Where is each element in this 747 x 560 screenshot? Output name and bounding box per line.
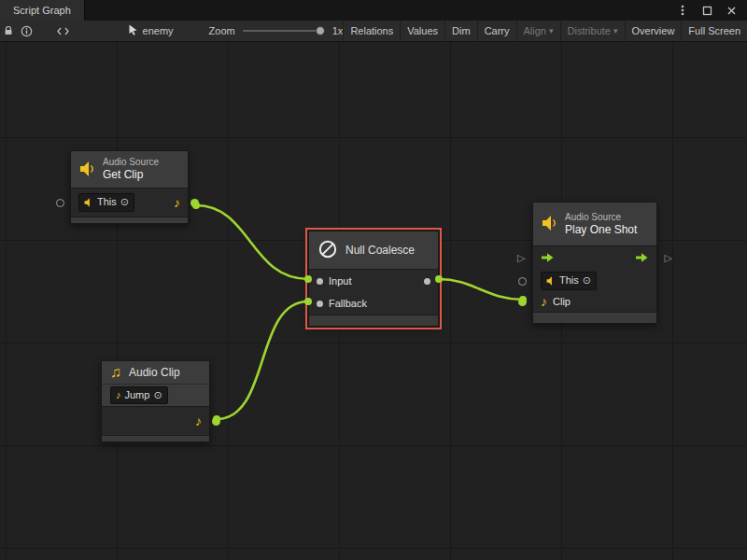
node-category: Audio Source [565,212,637,223]
window-maximize-icon[interactable] [700,4,713,17]
graph-toolbar: enemy Zoom 1x Relations Values Dim Carry… [0,21,747,42]
node-title: Audio Clip [129,366,180,379]
wire-getclip-to-input [192,202,312,283]
audio-clip-icon: ♫ [110,365,121,380]
audio-source-icon [79,161,95,178]
zoom-slider-knob[interactable] [316,26,325,35]
chevron-down-icon: ▾ [549,27,554,35]
clip-object-field[interactable]: ♪ Jump ⊙ [110,386,168,404]
node-category: Audio Source [103,157,159,168]
node-play-one-shot[interactable]: Audio Source Play One Shot ▷ ▷ This [532,202,657,324]
audio-source-icon [84,198,93,207]
port-label: Fallback [329,298,367,309]
distribute-button[interactable]: Distribute ▾ [560,21,625,41]
carry-button[interactable]: Carry [477,21,516,41]
target-object-field[interactable]: This ⊙ [78,193,134,211]
dim-button[interactable]: Dim [444,21,477,41]
node-get-clip[interactable]: Audio Source Get Clip This ⊙ ♪ [70,150,189,224]
target-input-port[interactable] [518,277,527,286]
cursor-icon [128,24,138,37]
target-input-port[interactable] [56,199,64,207]
info-icon[interactable] [18,21,35,41]
audio-clip-icon: ♪ [116,390,121,400]
null-coalesce-icon [317,239,338,261]
object-picker-icon: ⊙ [583,275,591,286]
window-titlebar: Script Graph [0,0,747,21]
flow-exit-icon[interactable] [635,252,649,265]
flow-input-marker[interactable]: ▷ [517,252,525,264]
object-picker-icon: ⊙ [120,197,129,207]
graph-canvas[interactable]: Audio Source Get Clip This ⊙ ♪ N [0,42,747,560]
node-null-coalesce[interactable]: Null Coalesce Input Fallback [308,231,439,327]
port-label: Input [329,275,351,287]
graph-name-label: enemy [143,25,174,36]
clip-input-port[interactable] [518,298,527,306]
node-title: Play One Shot [565,223,637,237]
window-close-icon[interactable] [725,4,738,17]
lock-icon[interactable] [0,21,18,41]
port-label: Clip [553,296,571,307]
target-object-field[interactable]: This ⊙ [541,272,597,289]
code-view-icon[interactable] [54,21,72,41]
result-output-port[interactable] [424,278,430,285]
flow-output-marker[interactable]: ▷ [665,252,672,264]
window-menu-icon[interactable] [676,4,689,17]
node-title: Get Clip [103,168,159,182]
relations-button[interactable]: Relations [343,21,400,41]
zoom-slider[interactable] [243,30,325,32]
tab-title: Script Graph [13,5,71,16]
value-output-port[interactable] [212,417,220,426]
audio-source-icon [546,276,556,286]
node-audio-clip[interactable]: ♫ Audio Clip ♪ Jump ⊙ ♪ [101,360,210,442]
audio-clip-icon: ♪ [195,414,202,427]
object-picker-icon: ⊙ [153,390,162,400]
flow-enter-icon[interactable] [541,252,555,265]
overview-button[interactable]: Overview [625,21,682,41]
wire-result-to-clip [435,275,527,303]
node-title: Null Coalesce [345,244,415,257]
align-button[interactable]: Align ▾ [516,21,560,41]
clip-output-port[interactable] [190,199,199,207]
values-button[interactable]: Values [400,21,444,41]
zoom-label: Zoom [209,25,235,36]
audio-source-icon [542,216,557,232]
fullscreen-button[interactable]: Full Screen [681,21,747,41]
audio-clip-icon: ♪ [174,196,180,209]
input-port[interactable] [317,278,323,285]
graph-target-selector[interactable]: enemy [128,24,174,37]
fallback-port[interactable] [317,301,323,307]
audio-clip-icon: ♪ [541,295,547,308]
tab-script-graph[interactable]: Script Graph [0,0,85,21]
chevron-down-icon: ▾ [613,27,618,35]
zoom-value: 1x [332,25,344,36]
wire-audioclip-to-fallback [213,298,312,423]
